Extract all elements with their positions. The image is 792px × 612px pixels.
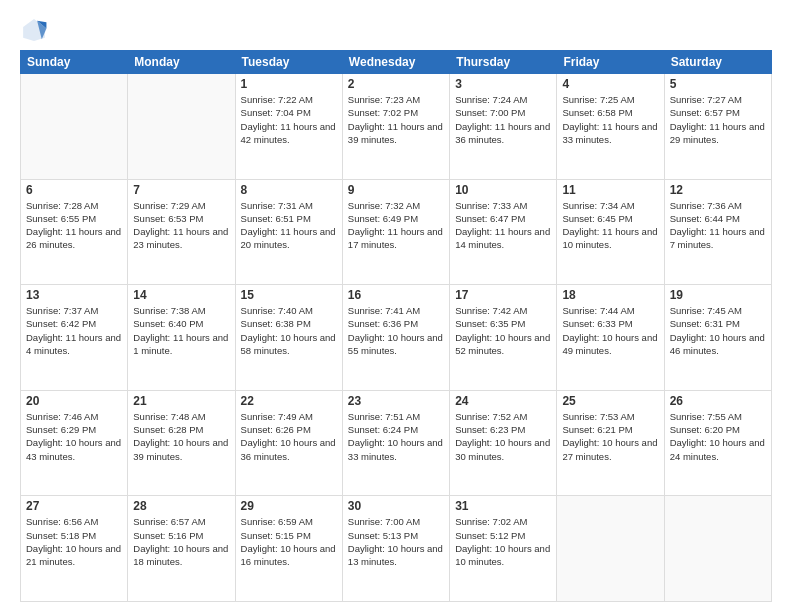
day-number: 5 xyxy=(670,77,766,91)
logo xyxy=(20,16,52,44)
calendar-cell: 15Sunrise: 7:40 AM Sunset: 6:38 PM Dayli… xyxy=(235,285,342,391)
cell-info: Sunrise: 7:36 AM Sunset: 6:44 PM Dayligh… xyxy=(670,199,766,252)
cell-info: Sunrise: 7:02 AM Sunset: 5:12 PM Dayligh… xyxy=(455,515,551,568)
calendar-cell: 18Sunrise: 7:44 AM Sunset: 6:33 PM Dayli… xyxy=(557,285,664,391)
calendar-cell: 11Sunrise: 7:34 AM Sunset: 6:45 PM Dayli… xyxy=(557,179,664,285)
cell-info: Sunrise: 7:42 AM Sunset: 6:35 PM Dayligh… xyxy=(455,304,551,357)
calendar-cell: 27Sunrise: 6:56 AM Sunset: 5:18 PM Dayli… xyxy=(21,496,128,602)
cell-info: Sunrise: 7:52 AM Sunset: 6:23 PM Dayligh… xyxy=(455,410,551,463)
cell-info: Sunrise: 7:22 AM Sunset: 7:04 PM Dayligh… xyxy=(241,93,337,146)
weekday-header-friday: Friday xyxy=(557,51,664,74)
calendar-cell: 3Sunrise: 7:24 AM Sunset: 7:00 PM Daylig… xyxy=(450,74,557,180)
calendar-cell: 13Sunrise: 7:37 AM Sunset: 6:42 PM Dayli… xyxy=(21,285,128,391)
logo-icon xyxy=(20,16,48,44)
day-number: 13 xyxy=(26,288,122,302)
cell-info: Sunrise: 7:32 AM Sunset: 6:49 PM Dayligh… xyxy=(348,199,444,252)
day-number: 9 xyxy=(348,183,444,197)
calendar-cell: 25Sunrise: 7:53 AM Sunset: 6:21 PM Dayli… xyxy=(557,390,664,496)
calendar-cell: 12Sunrise: 7:36 AM Sunset: 6:44 PM Dayli… xyxy=(664,179,771,285)
calendar-cell xyxy=(664,496,771,602)
cell-info: Sunrise: 7:00 AM Sunset: 5:13 PM Dayligh… xyxy=(348,515,444,568)
cell-info: Sunrise: 7:29 AM Sunset: 6:53 PM Dayligh… xyxy=(133,199,229,252)
cell-info: Sunrise: 7:31 AM Sunset: 6:51 PM Dayligh… xyxy=(241,199,337,252)
day-number: 19 xyxy=(670,288,766,302)
calendar-cell: 2Sunrise: 7:23 AM Sunset: 7:02 PM Daylig… xyxy=(342,74,449,180)
cell-info: Sunrise: 7:34 AM Sunset: 6:45 PM Dayligh… xyxy=(562,199,658,252)
day-number: 28 xyxy=(133,499,229,513)
calendar-cell: 1Sunrise: 7:22 AM Sunset: 7:04 PM Daylig… xyxy=(235,74,342,180)
calendar-table: SundayMondayTuesdayWednesdayThursdayFrid… xyxy=(20,50,772,602)
cell-info: Sunrise: 6:59 AM Sunset: 5:15 PM Dayligh… xyxy=(241,515,337,568)
calendar-cell: 16Sunrise: 7:41 AM Sunset: 6:36 PM Dayli… xyxy=(342,285,449,391)
day-number: 2 xyxy=(348,77,444,91)
day-number: 16 xyxy=(348,288,444,302)
day-number: 17 xyxy=(455,288,551,302)
cell-info: Sunrise: 7:24 AM Sunset: 7:00 PM Dayligh… xyxy=(455,93,551,146)
calendar-cell: 31Sunrise: 7:02 AM Sunset: 5:12 PM Dayli… xyxy=(450,496,557,602)
cell-info: Sunrise: 7:51 AM Sunset: 6:24 PM Dayligh… xyxy=(348,410,444,463)
calendar-cell: 6Sunrise: 7:28 AM Sunset: 6:55 PM Daylig… xyxy=(21,179,128,285)
cell-info: Sunrise: 7:33 AM Sunset: 6:47 PM Dayligh… xyxy=(455,199,551,252)
cell-info: Sunrise: 7:49 AM Sunset: 6:26 PM Dayligh… xyxy=(241,410,337,463)
calendar-cell: 17Sunrise: 7:42 AM Sunset: 6:35 PM Dayli… xyxy=(450,285,557,391)
calendar-week-4: 27Sunrise: 6:56 AM Sunset: 5:18 PM Dayli… xyxy=(21,496,772,602)
cell-info: Sunrise: 7:55 AM Sunset: 6:20 PM Dayligh… xyxy=(670,410,766,463)
cell-info: Sunrise: 7:44 AM Sunset: 6:33 PM Dayligh… xyxy=(562,304,658,357)
calendar-cell: 22Sunrise: 7:49 AM Sunset: 6:26 PM Dayli… xyxy=(235,390,342,496)
day-number: 4 xyxy=(562,77,658,91)
calendar-cell: 5Sunrise: 7:27 AM Sunset: 6:57 PM Daylig… xyxy=(664,74,771,180)
day-number: 8 xyxy=(241,183,337,197)
header xyxy=(20,16,772,44)
cell-info: Sunrise: 7:45 AM Sunset: 6:31 PM Dayligh… xyxy=(670,304,766,357)
cell-info: Sunrise: 7:38 AM Sunset: 6:40 PM Dayligh… xyxy=(133,304,229,357)
cell-info: Sunrise: 6:56 AM Sunset: 5:18 PM Dayligh… xyxy=(26,515,122,568)
cell-info: Sunrise: 7:27 AM Sunset: 6:57 PM Dayligh… xyxy=(670,93,766,146)
day-number: 21 xyxy=(133,394,229,408)
calendar-cell: 29Sunrise: 6:59 AM Sunset: 5:15 PM Dayli… xyxy=(235,496,342,602)
day-number: 29 xyxy=(241,499,337,513)
weekday-header-monday: Monday xyxy=(128,51,235,74)
cell-info: Sunrise: 7:46 AM Sunset: 6:29 PM Dayligh… xyxy=(26,410,122,463)
day-number: 23 xyxy=(348,394,444,408)
day-number: 7 xyxy=(133,183,229,197)
calendar-cell: 9Sunrise: 7:32 AM Sunset: 6:49 PM Daylig… xyxy=(342,179,449,285)
day-number: 27 xyxy=(26,499,122,513)
cell-info: Sunrise: 7:23 AM Sunset: 7:02 PM Dayligh… xyxy=(348,93,444,146)
calendar-header-row: SundayMondayTuesdayWednesdayThursdayFrid… xyxy=(21,51,772,74)
day-number: 1 xyxy=(241,77,337,91)
day-number: 20 xyxy=(26,394,122,408)
day-number: 22 xyxy=(241,394,337,408)
calendar-cell: 23Sunrise: 7:51 AM Sunset: 6:24 PM Dayli… xyxy=(342,390,449,496)
day-number: 30 xyxy=(348,499,444,513)
calendar-cell xyxy=(128,74,235,180)
calendar-cell: 7Sunrise: 7:29 AM Sunset: 6:53 PM Daylig… xyxy=(128,179,235,285)
calendar-cell: 30Sunrise: 7:00 AM Sunset: 5:13 PM Dayli… xyxy=(342,496,449,602)
cell-info: Sunrise: 7:37 AM Sunset: 6:42 PM Dayligh… xyxy=(26,304,122,357)
calendar-cell: 10Sunrise: 7:33 AM Sunset: 6:47 PM Dayli… xyxy=(450,179,557,285)
calendar-week-3: 20Sunrise: 7:46 AM Sunset: 6:29 PM Dayli… xyxy=(21,390,772,496)
day-number: 15 xyxy=(241,288,337,302)
cell-info: Sunrise: 7:48 AM Sunset: 6:28 PM Dayligh… xyxy=(133,410,229,463)
calendar-week-0: 1Sunrise: 7:22 AM Sunset: 7:04 PM Daylig… xyxy=(21,74,772,180)
calendar-cell: 14Sunrise: 7:38 AM Sunset: 6:40 PM Dayli… xyxy=(128,285,235,391)
day-number: 31 xyxy=(455,499,551,513)
day-number: 11 xyxy=(562,183,658,197)
calendar-cell: 28Sunrise: 6:57 AM Sunset: 5:16 PM Dayli… xyxy=(128,496,235,602)
calendar-cell: 20Sunrise: 7:46 AM Sunset: 6:29 PM Dayli… xyxy=(21,390,128,496)
cell-info: Sunrise: 7:25 AM Sunset: 6:58 PM Dayligh… xyxy=(562,93,658,146)
calendar-cell: 21Sunrise: 7:48 AM Sunset: 6:28 PM Dayli… xyxy=(128,390,235,496)
day-number: 14 xyxy=(133,288,229,302)
calendar-week-2: 13Sunrise: 7:37 AM Sunset: 6:42 PM Dayli… xyxy=(21,285,772,391)
calendar-cell: 8Sunrise: 7:31 AM Sunset: 6:51 PM Daylig… xyxy=(235,179,342,285)
cell-info: Sunrise: 7:53 AM Sunset: 6:21 PM Dayligh… xyxy=(562,410,658,463)
day-number: 25 xyxy=(562,394,658,408)
calendar-cell: 19Sunrise: 7:45 AM Sunset: 6:31 PM Dayli… xyxy=(664,285,771,391)
cell-info: Sunrise: 7:40 AM Sunset: 6:38 PM Dayligh… xyxy=(241,304,337,357)
calendar-cell xyxy=(557,496,664,602)
weekday-header-thursday: Thursday xyxy=(450,51,557,74)
calendar-week-1: 6Sunrise: 7:28 AM Sunset: 6:55 PM Daylig… xyxy=(21,179,772,285)
cell-info: Sunrise: 7:41 AM Sunset: 6:36 PM Dayligh… xyxy=(348,304,444,357)
cell-info: Sunrise: 7:28 AM Sunset: 6:55 PM Dayligh… xyxy=(26,199,122,252)
cell-info: Sunrise: 6:57 AM Sunset: 5:16 PM Dayligh… xyxy=(133,515,229,568)
day-number: 10 xyxy=(455,183,551,197)
